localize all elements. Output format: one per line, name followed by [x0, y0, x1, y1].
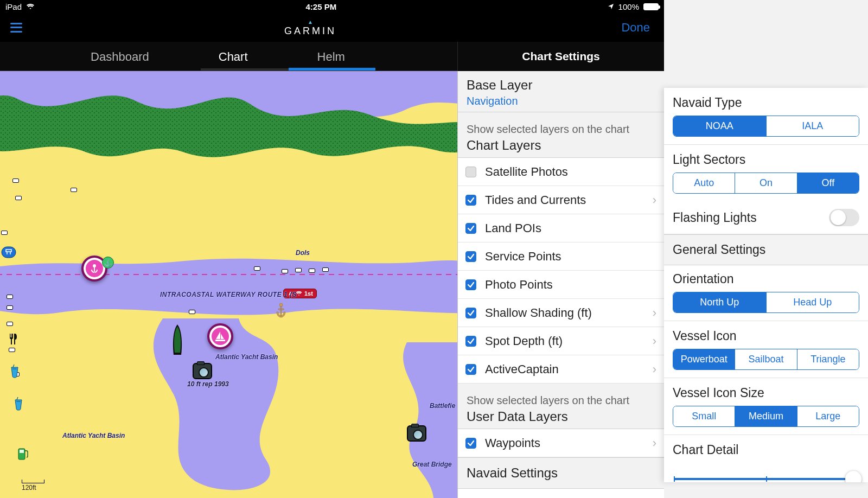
- light-sectors-option[interactable]: Auto: [673, 173, 735, 193]
- map-label: Atlantic Yacht Basin: [215, 353, 278, 361]
- tab-chart[interactable]: Chart: [216, 50, 250, 71]
- base-layer-row[interactable]: Base Layer Navigation: [458, 71, 664, 112]
- checkbox[interactable]: [465, 223, 476, 234]
- checkbox[interactable]: [465, 195, 476, 206]
- ios-status-bar: iPad 4:25 PM 100%: [0, 0, 664, 13]
- navaid-settings-header: Navaid Settings: [458, 457, 664, 489]
- poi-marina-icon[interactable]: [207, 323, 233, 349]
- row-label: Tides and Currents: [485, 193, 586, 207]
- anchor-ok-badge: ⚓: [102, 257, 114, 269]
- checkbox[interactable]: [465, 279, 476, 290]
- brand-label: GARMIN: [284, 26, 336, 36]
- land-shape-green: [0, 71, 457, 169]
- vessel-icon-option[interactable]: Sailboat: [735, 349, 797, 369]
- vessel-icon-size-option[interactable]: Large: [797, 406, 859, 426]
- caption-title: User Data Layers: [467, 409, 655, 424]
- camera-icon[interactable]: [193, 363, 212, 379]
- fuel-icon[interactable]: [17, 446, 29, 463]
- checkbox[interactable]: [465, 438, 476, 449]
- brand-logo: ▲ GARMIN: [33, 20, 588, 36]
- caption-hint: Show selected layers on the chart: [467, 394, 655, 407]
- flashing-lights-label: Flashing Lights: [673, 210, 757, 225]
- chart-layer-row[interactable]: Satellite Photos: [458, 158, 664, 186]
- checkbox[interactable]: [465, 308, 476, 318]
- flashing-lights-row: Flashing Lights: [664, 201, 868, 234]
- light-sectors-segmented: AutoOnOff: [673, 173, 859, 194]
- user-data-layer-row[interactable]: Waypoints›: [458, 429, 664, 457]
- route-line: [0, 272, 457, 277]
- navaid-type-option[interactable]: IALA: [767, 116, 859, 136]
- chart-layer-row[interactable]: Tides and Currents›: [458, 186, 664, 214]
- orientation-option[interactable]: Head Up: [767, 292, 859, 312]
- row-label: Shallow Shading (ft): [485, 306, 592, 320]
- chart-settings-panel: Base Layer Navigation Show selected laye…: [457, 71, 664, 498]
- slider-thumb[interactable]: [845, 471, 861, 482]
- wifi-icon: [26, 3, 35, 10]
- chart-layer-row[interactable]: Land POIs: [458, 214, 664, 242]
- chevron-right-icon: ›: [653, 193, 656, 207]
- navaid-type-segmented: NOAAIALA: [673, 116, 859, 137]
- map-label: INTRACOASTAL WATERWAY ROUTE 1 (S: [160, 291, 297, 298]
- row-label: Spot Depth (ft): [485, 334, 563, 348]
- nautical-chart[interactable]: ⚓ 1st: [0, 71, 457, 498]
- chart-layer-row[interactable]: ActiveCaptain›: [458, 355, 664, 384]
- vessel-icon-size-option[interactable]: Small: [673, 406, 735, 426]
- row-label: Satellite Photos: [485, 165, 568, 179]
- checkbox[interactable]: [465, 336, 476, 347]
- map-label: Battlefie: [430, 402, 455, 410]
- done-button[interactable]: Done: [588, 21, 664, 35]
- orientation-segmented: North UpHead Up: [673, 292, 859, 313]
- checkbox[interactable]: [465, 364, 476, 375]
- row-label: Service Points: [485, 250, 561, 264]
- map-label: Dols: [296, 249, 310, 257]
- chart-layer-row[interactable]: Service Points: [458, 242, 664, 271]
- beverage-icon[interactable]: [10, 364, 20, 380]
- flashing-lights-toggle[interactable]: [829, 209, 859, 226]
- tab-dashboard[interactable]: Dashboard: [88, 50, 151, 71]
- vessel-icon-segmented: PowerboatSailboatTriangle: [673, 349, 859, 370]
- chart-layer-row[interactable]: Shallow Shading (ft)›: [458, 299, 664, 327]
- menu-button[interactable]: [0, 13, 33, 42]
- vessel-icon-size-option[interactable]: Medium: [735, 406, 797, 426]
- row-label: ActiveCaptain: [485, 362, 559, 376]
- navaid-type-option[interactable]: NOAA: [673, 116, 767, 136]
- chevron-right-icon: ›: [653, 362, 656, 376]
- beacon-label: 1st: [304, 290, 313, 297]
- row-label: Photo Points: [485, 278, 553, 292]
- general-settings-header: General Settings: [664, 234, 868, 265]
- base-layer-value: Navigation: [467, 95, 655, 107]
- poi-bluebadge-icon[interactable]: [1, 246, 16, 260]
- vessel-icon-option[interactable]: Powerboat: [673, 349, 735, 369]
- tab-bar: Dashboard Chart Helm: [0, 42, 457, 71]
- dining-icon[interactable]: [8, 333, 17, 348]
- app-header: ▲ GARMIN Done: [0, 13, 664, 42]
- anchor-icon: [274, 302, 288, 321]
- camera-icon[interactable]: [407, 425, 426, 442]
- battery-label: 100%: [618, 2, 639, 11]
- chevron-right-icon: ›: [653, 334, 656, 348]
- user-data-layers-caption: Show selected layers on the chart User D…: [458, 384, 664, 429]
- device-label: iPad: [5, 2, 22, 11]
- checkbox[interactable]: [465, 167, 476, 177]
- vessel-icon-title: Vessel Icon: [664, 321, 868, 349]
- beverage-icon[interactable]: [14, 397, 23, 413]
- light-sectors-title: Light Sectors: [664, 145, 868, 173]
- chart-detail-slider[interactable]: Least Normal Most: [664, 463, 868, 482]
- checkbox[interactable]: [465, 251, 476, 262]
- light-sectors-option[interactable]: On: [735, 173, 797, 193]
- chevron-right-icon: ›: [653, 306, 656, 320]
- map-label: 10 ft rep 1993: [187, 380, 229, 388]
- caption-title: Chart Layers: [467, 138, 655, 153]
- vessel-icon-size-segmented: SmallMediumLarge: [673, 406, 859, 427]
- chart-layer-row[interactable]: Spot Depth (ft)›: [458, 327, 664, 355]
- light-sectors-option[interactable]: Off: [797, 173, 859, 193]
- battery-icon: [643, 3, 659, 10]
- orientation-title: Orientation: [664, 265, 868, 292]
- vessel-icon-option[interactable]: Triangle: [797, 349, 859, 369]
- chart-layer-row[interactable]: Photo Points: [458, 271, 664, 299]
- clock-label: 4:25 PM: [305, 2, 336, 11]
- own-vessel-icon[interactable]: [169, 323, 186, 357]
- water-shape-basin: [130, 318, 331, 497]
- hamburger-icon: [10, 23, 22, 33]
- orientation-option[interactable]: North Up: [673, 292, 767, 312]
